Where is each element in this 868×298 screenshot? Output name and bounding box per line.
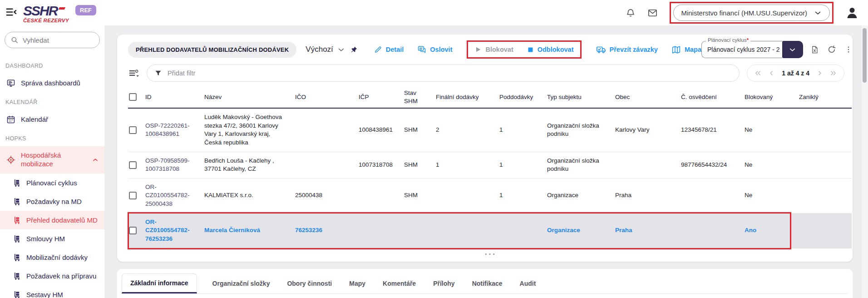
sidebar-item[interactable]: Hospodářská mobilizace [0, 146, 104, 174]
chevron-left-icon[interactable] [767, 69, 775, 77]
cell-typ-subjektu: Organizační složka podniku [547, 122, 599, 138]
tab-obory-innosti[interactable]: Obory činnosti [285, 274, 334, 293]
planning-cycle-field[interactable]: Plánovací cyklus* Plánovací cyklus 2027 … [701, 41, 782, 58]
sidebar-subitem[interactable]: Požadavky na MD [0, 192, 104, 211]
ref-environment-badge: REF [75, 5, 96, 15]
mail-icon[interactable] [647, 8, 658, 18]
menu-collapse-icon[interactable] [5, 7, 17, 17]
column-header[interactable]: IČO [295, 90, 359, 104]
sidebar-subitem[interactable]: Smlouvy HM [0, 229, 104, 248]
column-header[interactable]: Finální dodávky [436, 90, 499, 104]
row-checkbox[interactable] [129, 192, 137, 199]
column-header[interactable]: ID [145, 90, 204, 104]
column-header[interactable]: Obec [615, 90, 681, 104]
page-title: PŘEHLED DODAVATELŮ MOBILIZAČNÍCH DODÁVEK [128, 42, 296, 58]
sidebar-item[interactable]: Kalendář [0, 110, 104, 129]
action-button-p-evz-t-z-vazky[interactable]: Převzít závazky [596, 45, 658, 55]
action-button-oslovit[interactable]: Oslovit [417, 45, 452, 54]
sidebar-subitem-label: Mobilizační dodávky [26, 253, 88, 261]
scrollbar-thumb[interactable] [863, 28, 867, 83]
excel-export-icon[interactable] [810, 45, 819, 54]
app-window: SSHR ČESKÉ REZERVY REF Ministerstvo fina… [0, 0, 868, 298]
column-header[interactable]: Název [204, 90, 295, 104]
cell-nazev: Luděk Makovský - Goethova stezka 47/2, 3… [204, 114, 282, 146]
table-row[interactable]: OSP-70958599-1007318708Bedřich Louša - K… [128, 152, 852, 179]
suppliers-table: IDNázevIČOIČPStav SHMFinální dodávkyPodd… [117, 86, 852, 261]
supply-icon [13, 234, 21, 243]
column-header[interactable]: Zaniklý [799, 90, 852, 104]
cell-id[interactable]: OR-CZ0100554782-76253236 [145, 219, 190, 242]
tab-audit[interactable]: Audit [518, 274, 538, 293]
column-header[interactable]: IČP [359, 90, 404, 104]
bell-icon[interactable] [626, 8, 636, 18]
sidebar-subitem-label: Požadavky na MD [26, 198, 82, 205]
cell-finalni-dodavky: 1 [436, 161, 439, 168]
tab-p-lohy[interactable]: Přílohy [431, 274, 456, 293]
search-icon [10, 36, 19, 44]
tab-z-kladn-informace[interactable]: Základní informace [122, 273, 197, 293]
tab-koment-e[interactable]: Komentáře [381, 274, 418, 293]
column-header[interactable]: Poddodávky [499, 90, 547, 104]
table-row[interactable]: OSP-72220261-1008438961Luděk Makovský - … [128, 109, 852, 152]
sidebar-search [5, 32, 100, 48]
supply-icon [13, 179, 21, 187]
last-page-icon[interactable] [829, 69, 838, 77]
sidebar-subitem[interactable]: Mobilizační dodávky [0, 248, 104, 267]
sidebar-item[interactable]: Správa dashboardů [0, 74, 104, 93]
role-select[interactable]: Ministerstvo financí (HM.USU.Supervizor) [673, 5, 830, 21]
action-button-detail[interactable]: Detail [374, 45, 404, 54]
action-button-mapa[interactable]: Mapa [671, 45, 701, 55]
sidebar-subitem[interactable]: Požadavek na přípravu [0, 267, 104, 285]
tab-organiza-n-slo-ky[interactable]: Organizační složky [211, 274, 272, 293]
tab-mapy[interactable]: Mapy [347, 274, 367, 293]
density-icon[interactable] [128, 68, 139, 79]
table-row[interactable]: OR-CZ0100554782-25000438KALMIATEX s.r.o.… [128, 179, 852, 214]
cell-icp: 1007318708 [359, 161, 393, 168]
add-filter-input[interactable] [168, 70, 732, 77]
supply-icon [13, 272, 21, 280]
pagination-range: 1 až 4 z 4 [781, 70, 810, 77]
kebab-menu-icon[interactable] [844, 45, 853, 54]
planning-cycle-dropdown-button[interactable] [782, 41, 803, 58]
action-label: Převzít závazky [610, 46, 658, 53]
cell-poddodavky: 1 [499, 126, 503, 133]
cell-obec: Praha [615, 192, 631, 199]
cell-nazev: Bedřich Louša - Kačlehy , 37701 Kačlehy,… [204, 157, 274, 173]
filter-input-wrap [147, 65, 740, 82]
row-checkbox[interactable] [129, 126, 137, 134]
column-header[interactable]: Stav SHM [404, 86, 436, 108]
annotation-box-block-buttons: BlokovatOdblokovat [467, 40, 581, 59]
first-page-icon[interactable] [754, 69, 762, 77]
row-checkbox[interactable] [129, 227, 137, 234]
sidebar-subitem[interactable]: Sestavy HM [0, 285, 104, 298]
cell-id[interactable]: OSP-70958599-1007318708 [145, 157, 190, 173]
row-checkbox[interactable] [129, 161, 137, 169]
refresh-icon[interactable] [827, 45, 836, 54]
cell-nazev: KALMIATEX s.r.o. [204, 192, 253, 199]
cell-id[interactable]: OR-CZ0100554782-25000438 [145, 184, 190, 207]
table-row[interactable]: OR-CZ0100554782-76253236Marcela Čierniko… [128, 214, 852, 248]
app-logo: SSHR ČESKÉ REZERVY [23, 4, 69, 24]
sidebar-subitem[interactable]: Přehled dodavatelů MD [0, 211, 104, 229]
sidebar-subitem[interactable]: Plánovací cyklus [0, 174, 104, 192]
pin-icon[interactable] [350, 46, 358, 54]
action-button-odblokovat[interactable]: Odblokovat [527, 46, 574, 53]
table-header-row: IDNázevIČOIČPStav SHMFinální dodávkyPodd… [128, 86, 852, 109]
column-header[interactable]: Typ subjektu [547, 90, 615, 104]
select-all-checkbox[interactable] [129, 93, 137, 101]
cell-id[interactable]: OSP-72220261-1008438961 [145, 122, 190, 138]
cell-obec: Karlovy Vary [615, 126, 650, 133]
avatar-icon[interactable] [845, 6, 859, 20]
logo-subtext: ČESKÉ REZERVY [23, 18, 69, 24]
action-button-blokovat[interactable]: Blokovat [474, 46, 513, 53]
column-header[interactable]: Č. osvědčení [681, 90, 745, 104]
chevron-right-icon[interactable] [816, 69, 824, 77]
cell-nazev: Marcela Čierniková [204, 227, 260, 233]
cell-typ-subjektu: Organizační složka podniku [547, 157, 599, 173]
view-name: Výchozí [306, 45, 333, 54]
view-selector[interactable]: Výchozí [306, 45, 345, 54]
row-height-expander[interactable] [128, 248, 852, 261]
tab-notifikace[interactable]: Notifikace [470, 274, 504, 293]
search-input[interactable] [23, 36, 86, 44]
column-header[interactable]: Blokovaný [745, 90, 799, 104]
